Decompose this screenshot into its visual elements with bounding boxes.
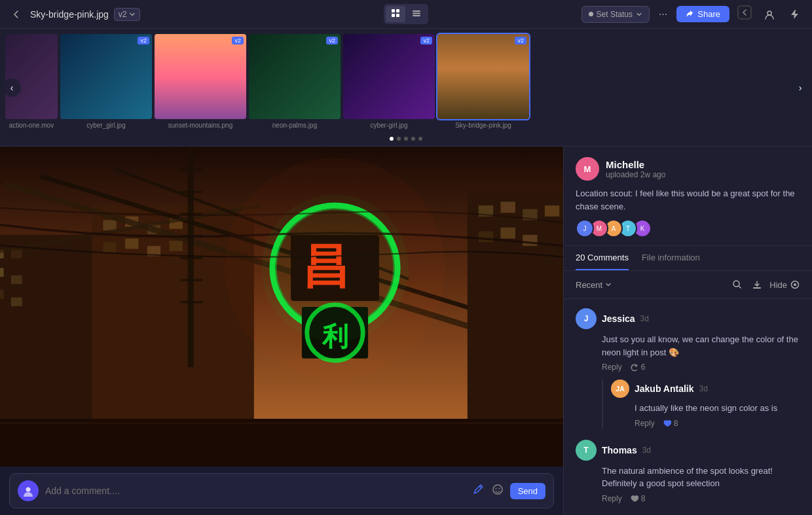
filter-recent-button[interactable]: Recent	[576, 280, 612, 290]
hide-button[interactable]: Hide	[769, 279, 800, 290]
set-status-button[interactable]: Set Status	[581, 6, 650, 23]
thumbnail-version: v2	[232, 37, 244, 44]
thumbnail-item-4[interactable]: v2 cyber-girl.jpg	[343, 34, 435, 129]
svg-rect-56	[0, 419, 563, 467]
image-area: 昌 利	[0, 147, 563, 515]
thumbnail-item-3[interactable]: v2 neon-palms.jpg	[249, 34, 341, 129]
thomas-avatar: T	[576, 440, 597, 461]
thumbnail-prev-button[interactable]: ‹	[3, 79, 21, 97]
svg-rect-16	[11, 275, 22, 284]
svg-rect-53	[479, 231, 493, 242]
jessica-comment-actions: Reply 6	[602, 363, 800, 372]
download-comments-button[interactable]	[750, 277, 764, 292]
version-dropdown[interactable]: v2	[114, 8, 140, 21]
search-comments-button[interactable]	[730, 277, 745, 292]
send-button[interactable]: Send	[510, 483, 545, 499]
svg-rect-3	[396, 14, 399, 17]
jakub-like-button[interactable]: 8	[663, 419, 678, 428]
svg-rect-21	[103, 220, 116, 230]
commenter-avatars: J M A T K	[576, 219, 800, 238]
sidebar: M Michelle uploaded 2w ago Location scou…	[563, 147, 812, 515]
topbar-right: Set Status ··· Share	[434, 3, 804, 26]
svg-rect-38	[180, 257, 202, 259]
jakub-avatar: JA	[611, 380, 629, 398]
svg-rect-1	[396, 9, 399, 12]
drawing-tool-button[interactable]	[471, 482, 485, 499]
pagination-dots	[390, 137, 422, 141]
svg-rect-0	[392, 9, 395, 12]
thumbnail-item-5[interactable]: v2 Sky-bridge-pink.jpg	[437, 34, 529, 129]
sidebar-tabs: 20 Comments File information	[564, 246, 812, 271]
uploader-avatar: M	[576, 157, 599, 181]
comment-box: Send	[9, 473, 554, 508]
uploader-info: M Michelle uploaded 2w ago	[576, 157, 800, 181]
nav-prev-button[interactable]	[735, 3, 754, 26]
thumbnail-version: v2	[326, 37, 338, 44]
thumbnail-item-1[interactable]: v2 cyber_girl.jpg	[60, 34, 152, 129]
svg-rect-15	[0, 268, 4, 276]
dot-4	[411, 137, 415, 141]
svg-rect-57	[0, 423, 563, 424]
svg-rect-65	[753, 287, 761, 289]
comments-list: J Jessica 3d Just so you all know, we ca…	[564, 299, 812, 515]
svg-point-63	[498, 488, 500, 489]
thumbnail-item-2[interactable]: v2 sunset-mountains.png	[155, 34, 246, 129]
comment-jessica: J Jessica 3d Just so you all know, we ca…	[576, 308, 800, 428]
thumbnail-version: v2	[515, 37, 526, 44]
svg-point-62	[495, 488, 496, 489]
svg-rect-39	[180, 279, 202, 281]
svg-rect-52	[545, 205, 559, 217]
view-list-button[interactable]	[407, 6, 426, 22]
jessica-reply-button[interactable]: Reply	[602, 363, 622, 372]
user-icon-button[interactable]	[760, 6, 779, 23]
jakub-username: Jakub Antalik	[635, 383, 694, 394]
comment-input-field[interactable]	[45, 486, 464, 496]
uploader-name: Michelle	[606, 159, 665, 170]
view-grid-button[interactable]	[386, 6, 405, 22]
sidebar-header: M Michelle uploaded 2w ago Location scou…	[564, 147, 812, 246]
upload-time: uploaded 2w ago	[606, 170, 665, 179]
upload-description: Location scout: I feel like this would b…	[576, 187, 800, 213]
thomas-comment-actions: Reply 8	[602, 494, 800, 503]
svg-rect-25	[103, 242, 116, 253]
tab-comments[interactable]: 20 Comments	[576, 246, 629, 270]
emoji-button[interactable]	[490, 482, 505, 499]
jakub-comment-actions: Reply 8	[635, 419, 800, 428]
topbar-left: Sky-bridge-pink.jpg v2	[8, 6, 378, 23]
svg-rect-55	[523, 235, 537, 246]
dot-5	[418, 137, 422, 141]
nested-comment-jakub: JA Jakub Antalik 3d I actually like the …	[602, 380, 800, 428]
svg-rect-54	[500, 228, 515, 239]
jessica-comment-text: Just so you all know, we can change the …	[602, 333, 800, 359]
jakub-comment-text: I actually like the neon sign color as i…	[635, 402, 800, 415]
thomas-like-button[interactable]: 8	[630, 494, 646, 503]
filename: Sky-bridge-pink.jpg	[30, 9, 109, 20]
more-options-button[interactable]: ···	[655, 6, 671, 23]
share-button[interactable]: Share	[676, 6, 729, 22]
jakub-reply-button[interactable]: Reply	[635, 419, 655, 428]
thumbnail-next-button[interactable]: ›	[791, 79, 809, 97]
svg-rect-13	[11, 249, 22, 258]
svg-point-59	[225, 158, 445, 378]
lightning-icon-button[interactable]	[784, 6, 804, 23]
svg-rect-19	[11, 297, 22, 306]
comment-tools: Send	[471, 482, 545, 499]
commenter-avatar-1: J	[576, 219, 594, 238]
svg-rect-34	[180, 169, 202, 171]
svg-rect-6	[413, 15, 420, 16]
tab-file-info[interactable]: File information	[642, 246, 700, 270]
svg-point-60	[26, 488, 31, 492]
thumbnail-version: v2	[138, 37, 149, 44]
svg-rect-50	[500, 202, 515, 213]
thomas-comment-text: The natural ambience of the spot looks g…	[602, 465, 800, 490]
svg-point-67	[794, 283, 796, 286]
thomas-reply-button[interactable]: Reply	[602, 494, 622, 503]
comment-thomas: T Thomas 3d The natural ambience of the …	[576, 440, 800, 503]
svg-point-8	[767, 11, 771, 15]
dot-2	[397, 137, 401, 141]
jessica-time: 3d	[640, 314, 649, 323]
back-button[interactable]	[8, 6, 25, 23]
svg-rect-2	[392, 14, 395, 17]
jessica-like-button[interactable]: 6	[630, 363, 646, 372]
thomas-username: Thomas	[602, 445, 637, 455]
